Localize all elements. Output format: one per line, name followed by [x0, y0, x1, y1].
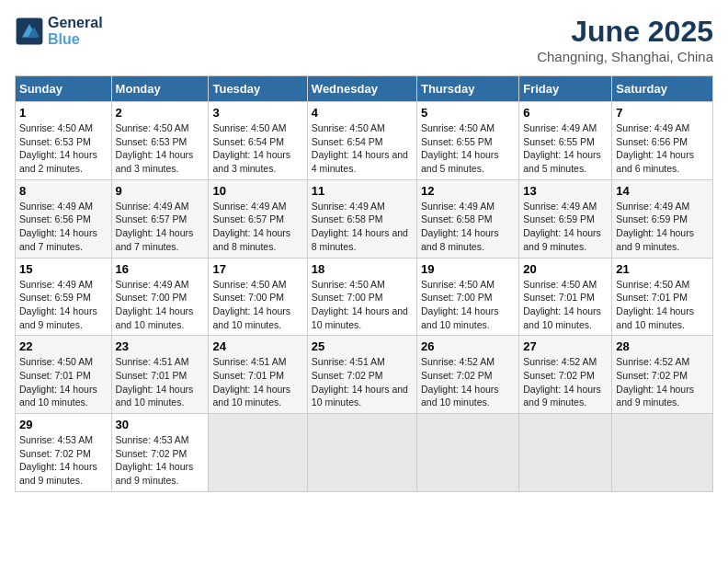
header-row: SundayMondayTuesdayWednesdayThursdayFrid…: [16, 76, 713, 102]
day-cell: [416, 414, 518, 492]
day-number: 30: [116, 418, 205, 431]
day-cell: 14Sunrise: 4:49 AMSunset: 6:59 PMDayligh…: [612, 179, 713, 258]
day-info: Sunrise: 4:49 AMSunset: 6:59 PMDaylight:…: [616, 200, 709, 254]
day-cell: 30Sunrise: 4:53 AMSunset: 7:02 PMDayligh…: [111, 414, 209, 492]
day-cell: 21Sunrise: 4:50 AMSunset: 7:01 PMDayligh…: [612, 258, 713, 336]
day-cell: 12Sunrise: 4:49 AMSunset: 6:58 PMDayligh…: [416, 179, 518, 258]
day-number: 6: [523, 106, 608, 120]
day-info: Sunrise: 4:49 AMSunset: 7:00 PMDaylight:…: [116, 278, 205, 332]
day-cell: [519, 414, 612, 492]
day-info: Sunrise: 4:52 AMSunset: 7:02 PMDaylight:…: [421, 355, 515, 409]
day-cell: [307, 414, 416, 492]
day-cell: 6Sunrise: 4:49 AMSunset: 6:55 PMDaylight…: [519, 102, 612, 180]
day-number: 18: [312, 262, 413, 276]
logo: General Blue: [15, 15, 103, 48]
day-info: Sunrise: 4:50 AMSunset: 6:54 PMDaylight:…: [212, 121, 302, 176]
header-cell-monday: Monday: [111, 76, 209, 102]
day-number: 29: [19, 418, 108, 431]
day-cell: 23Sunrise: 4:51 AMSunset: 7:01 PMDayligh…: [111, 336, 209, 414]
day-number: 8: [19, 184, 108, 198]
day-cell: 10Sunrise: 4:49 AMSunset: 6:57 PMDayligh…: [209, 179, 307, 258]
day-cell: 20Sunrise: 4:50 AMSunset: 7:01 PMDayligh…: [519, 258, 612, 336]
day-info: Sunrise: 4:49 AMSunset: 6:55 PMDaylight:…: [523, 121, 608, 176]
day-cell: 17Sunrise: 4:50 AMSunset: 7:00 PMDayligh…: [209, 258, 307, 336]
day-info: Sunrise: 4:50 AMSunset: 6:55 PMDaylight:…: [421, 121, 515, 176]
calendar-body: 1Sunrise: 4:50 AMSunset: 6:53 PMDaylight…: [16, 102, 713, 492]
day-cell: 13Sunrise: 4:49 AMSunset: 6:59 PMDayligh…: [519, 179, 612, 258]
day-cell: 27Sunrise: 4:52 AMSunset: 7:02 PMDayligh…: [519, 336, 612, 414]
day-info: Sunrise: 4:49 AMSunset: 6:56 PMDaylight:…: [616, 121, 709, 176]
day-cell: 3Sunrise: 4:50 AMSunset: 6:54 PMDaylight…: [209, 102, 307, 180]
day-number: 15: [19, 262, 108, 276]
day-cell: [612, 414, 713, 492]
day-number: 21: [616, 262, 709, 276]
day-info: Sunrise: 4:51 AMSunset: 7:02 PMDaylight:…: [312, 355, 413, 409]
day-number: 3: [212, 106, 302, 120]
day-cell: 4Sunrise: 4:50 AMSunset: 6:54 PMDaylight…: [307, 102, 416, 180]
day-info: Sunrise: 4:49 AMSunset: 6:56 PMDaylight:…: [19, 200, 108, 254]
week-row-1: 1Sunrise: 4:50 AMSunset: 6:53 PMDaylight…: [16, 102, 713, 180]
day-number: 12: [421, 184, 515, 198]
day-number: 13: [523, 184, 608, 198]
day-number: 25: [312, 339, 413, 353]
day-number: 19: [421, 262, 515, 276]
header-cell-wednesday: Wednesday: [307, 76, 416, 102]
day-number: 16: [116, 262, 205, 276]
day-info: Sunrise: 4:50 AMSunset: 7:00 PMDaylight:…: [421, 278, 515, 332]
calendar-header: SundayMondayTuesdayWednesdayThursdayFrid…: [16, 76, 713, 102]
day-cell: 15Sunrise: 4:49 AMSunset: 6:59 PMDayligh…: [16, 258, 112, 336]
header-cell-thursday: Thursday: [416, 76, 518, 102]
day-cell: 26Sunrise: 4:52 AMSunset: 7:02 PMDayligh…: [416, 336, 518, 414]
day-cell: 2Sunrise: 4:50 AMSunset: 6:53 PMDaylight…: [111, 102, 209, 180]
week-row-5: 29Sunrise: 4:53 AMSunset: 7:02 PMDayligh…: [16, 414, 713, 492]
day-info: Sunrise: 4:50 AMSunset: 7:01 PMDaylight:…: [616, 278, 709, 332]
day-info: Sunrise: 4:49 AMSunset: 6:57 PMDaylight:…: [212, 200, 302, 254]
day-info: Sunrise: 4:49 AMSunset: 6:59 PMDaylight:…: [523, 200, 608, 254]
day-number: 1: [19, 106, 108, 120]
day-info: Sunrise: 4:50 AMSunset: 7:01 PMDaylight:…: [19, 355, 108, 409]
day-number: 24: [212, 339, 302, 353]
header-cell-friday: Friday: [519, 76, 612, 102]
day-cell: 25Sunrise: 4:51 AMSunset: 7:02 PMDayligh…: [307, 336, 416, 414]
day-cell: 24Sunrise: 4:51 AMSunset: 7:01 PMDayligh…: [209, 336, 307, 414]
day-cell: 28Sunrise: 4:52 AMSunset: 7:02 PMDayligh…: [612, 336, 713, 414]
main-title: June 2025: [537, 15, 713, 49]
day-number: 14: [616, 184, 709, 198]
title-block: June 2025 Changning, Shanghai, China: [537, 15, 713, 64]
subtitle: Changning, Shanghai, China: [537, 49, 713, 64]
day-info: Sunrise: 4:49 AMSunset: 6:59 PMDaylight:…: [19, 278, 108, 332]
day-info: Sunrise: 4:49 AMSunset: 6:58 PMDaylight:…: [312, 200, 413, 254]
page-header: General Blue June 2025 Changning, Shangh…: [15, 15, 713, 64]
day-number: 26: [421, 339, 515, 353]
day-info: Sunrise: 4:49 AMSunset: 6:58 PMDaylight:…: [421, 200, 515, 254]
day-number: 17: [212, 262, 302, 276]
day-number: 9: [116, 184, 205, 198]
week-row-3: 15Sunrise: 4:49 AMSunset: 6:59 PMDayligh…: [16, 258, 713, 336]
day-info: Sunrise: 4:53 AMSunset: 7:02 PMDaylight:…: [19, 433, 108, 488]
day-info: Sunrise: 4:50 AMSunset: 6:54 PMDaylight:…: [312, 121, 413, 176]
day-cell: 18Sunrise: 4:50 AMSunset: 7:00 PMDayligh…: [307, 258, 416, 336]
header-cell-tuesday: Tuesday: [209, 76, 307, 102]
day-info: Sunrise: 4:50 AMSunset: 7:00 PMDaylight:…: [212, 278, 302, 332]
day-cell: 7Sunrise: 4:49 AMSunset: 6:56 PMDaylight…: [612, 102, 713, 180]
day-info: Sunrise: 4:50 AMSunset: 7:01 PMDaylight:…: [523, 278, 608, 332]
day-cell: 11Sunrise: 4:49 AMSunset: 6:58 PMDayligh…: [307, 179, 416, 258]
day-info: Sunrise: 4:50 AMSunset: 7:00 PMDaylight:…: [312, 278, 413, 332]
day-number: 7: [616, 106, 709, 120]
day-number: 10: [212, 184, 302, 198]
day-info: Sunrise: 4:50 AMSunset: 6:53 PMDaylight:…: [116, 121, 205, 176]
day-number: 27: [523, 339, 608, 353]
week-row-2: 8Sunrise: 4:49 AMSunset: 6:56 PMDaylight…: [16, 179, 713, 258]
day-number: 4: [312, 106, 413, 120]
logo-text: General Blue: [48, 15, 103, 48]
day-info: Sunrise: 4:51 AMSunset: 7:01 PMDaylight:…: [212, 355, 302, 409]
day-number: 2: [116, 106, 205, 120]
day-cell: 5Sunrise: 4:50 AMSunset: 6:55 PMDaylight…: [416, 102, 518, 180]
day-number: 28: [616, 339, 709, 353]
day-cell: 19Sunrise: 4:50 AMSunset: 7:00 PMDayligh…: [416, 258, 518, 336]
day-number: 5: [421, 106, 515, 120]
day-info: Sunrise: 4:50 AMSunset: 6:53 PMDaylight:…: [19, 121, 108, 176]
day-number: 20: [523, 262, 608, 276]
day-info: Sunrise: 4:49 AMSunset: 6:57 PMDaylight:…: [116, 200, 205, 254]
day-cell: 29Sunrise: 4:53 AMSunset: 7:02 PMDayligh…: [16, 414, 112, 492]
